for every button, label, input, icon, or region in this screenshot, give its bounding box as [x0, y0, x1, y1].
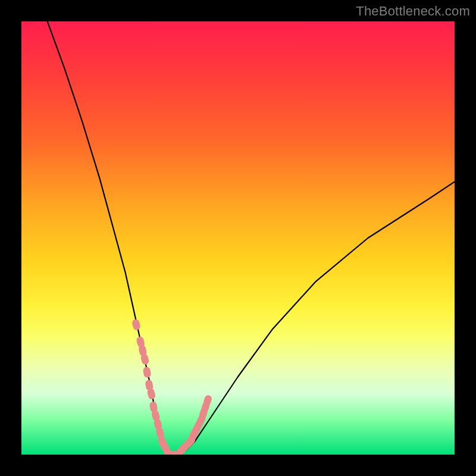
chart-frame: TheBottleneck.com: [0, 0, 476, 476]
marker: [131, 318, 141, 330]
marker: [143, 367, 152, 378]
bottleneck-curve: [48, 21, 455, 455]
chart-svg: [21, 21, 455, 455]
plot-area: [21, 21, 455, 455]
curve-path: [48, 21, 455, 455]
watermark-text: TheBottleneck.com: [356, 4, 470, 19]
marker-group: [131, 318, 213, 455]
